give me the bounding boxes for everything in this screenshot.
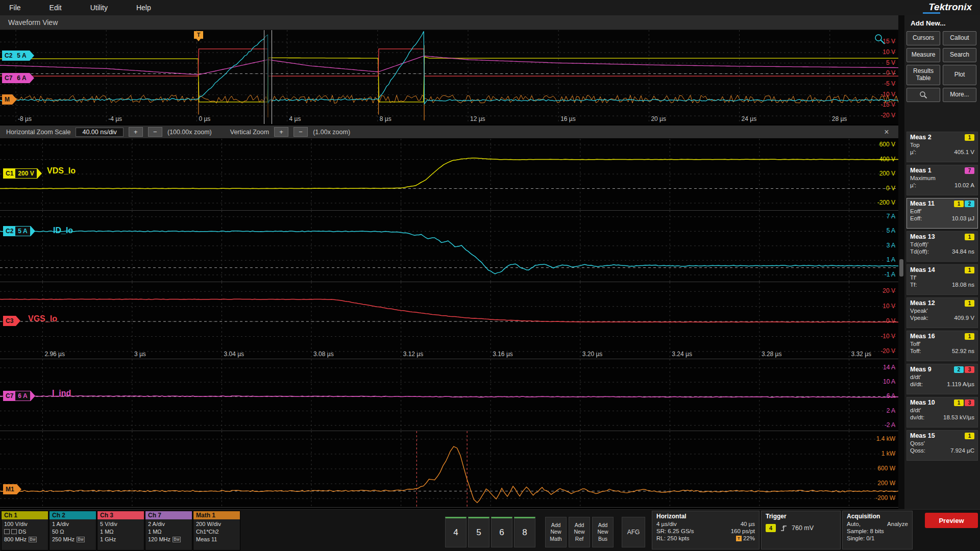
sidebar-button-zoom[interactable] bbox=[906, 88, 940, 102]
measurement-name: Toff' bbox=[910, 341, 974, 347]
trigger-source-badge[interactable]: 4 bbox=[766, 524, 776, 532]
menu-item-file[interactable]: File bbox=[9, 4, 21, 12]
channel-badge-m1[interactable]: M1 bbox=[3, 484, 21, 494]
channel-badge-c2[interactable]: C25 A bbox=[3, 226, 35, 236]
measurement-row-meas-2[interactable]: Meas 21Topµ':405.1 V bbox=[906, 132, 978, 162]
overview-waveform-area[interactable]: 15 V10 V5 V0 V-5 V-10 V-15 V-20 V-8 µs-4… bbox=[0, 30, 898, 124]
channel-box-ch-2[interactable]: Ch 21 A/div50 Ω250 MHzBw bbox=[49, 511, 96, 550]
add-new-ref-button[interactable]: Add New Ref bbox=[569, 517, 590, 547]
measurement-value: 10.03 µJ bbox=[952, 215, 974, 221]
channel-badge-c3[interactable]: C3 bbox=[3, 316, 20, 326]
channel-button-8[interactable]: 8 bbox=[514, 517, 535, 547]
acquisition-panel[interactable]: Acquisition Auto, Analyze Sample: 8 bits… bbox=[842, 511, 913, 549]
source-badge: 1 bbox=[965, 134, 974, 141]
measurement-row-meas-10[interactable]: Meas 1013d/dt'dv/dt:18.53 kV/µs bbox=[906, 397, 978, 428]
scale-label: 0 V bbox=[886, 70, 895, 77]
overview-channel-badge-m[interactable]: M bbox=[2, 94, 17, 105]
splitter-handle[interactable] bbox=[899, 259, 903, 277]
measurement-row-meas-12[interactable]: Meas 121Vpeak'Vpeak:409.9 V bbox=[906, 297, 978, 328]
channel-box-math-1[interactable]: Math 1200 W/divCh1*Ch2Meas 11 bbox=[193, 511, 240, 550]
trace-label-id_lo: ID_lo bbox=[53, 226, 73, 235]
afg-button[interactable]: AFG bbox=[622, 517, 645, 547]
acquisition-analyze: Analyze bbox=[887, 521, 908, 527]
bandwidth-limit-badge: Bw bbox=[173, 537, 181, 542]
source-badge: 1 bbox=[965, 267, 974, 273]
trigger-panel[interactable]: Trigger 4 760 mV bbox=[761, 511, 841, 549]
sidebar-button-more[interactable]: More... bbox=[943, 88, 976, 102]
menu-item-edit[interactable]: Edit bbox=[50, 4, 62, 12]
v-zoom-out-button[interactable]: − bbox=[293, 127, 308, 137]
oscilloscope-app: FileEditUtilityHelp Tektronix Waveform V… bbox=[0, 0, 980, 551]
preview-button[interactable]: Preview bbox=[925, 513, 978, 528]
search-zoom-icon bbox=[919, 91, 927, 99]
measurement-name: d/dt' bbox=[910, 407, 974, 413]
v-zoom-factor: (1.00x zoom) bbox=[313, 129, 350, 136]
channel-button-4[interactable]: 4 bbox=[445, 517, 467, 547]
iind-plot[interactable] bbox=[0, 359, 898, 431]
menu-item-utility[interactable]: Utility bbox=[90, 4, 108, 12]
measurement-name: Maximum bbox=[910, 175, 974, 181]
measurement-row-meas-11[interactable]: Meas 1112Eoff'Eoff:10.03 µJ bbox=[906, 198, 978, 229]
measurement-row-meas-9[interactable]: Meas 923d/dt'di/dt:1.119 A/µs bbox=[906, 364, 978, 394]
id-plot[interactable] bbox=[0, 211, 898, 282]
measurement-value-row: Td(off):34.84 ns bbox=[910, 248, 974, 255]
h-zoom-scale-value[interactable]: 40.00 ns/div bbox=[76, 128, 123, 137]
scale-label: 3 A bbox=[887, 242, 895, 249]
overview-channel-badge-c7[interactable]: C76 A bbox=[2, 73, 34, 83]
sidebar-button-search[interactable]: Search bbox=[943, 48, 976, 62]
measurement-id: Meas 161 bbox=[910, 333, 974, 340]
scale-label: -10 V bbox=[880, 333, 895, 340]
scale-label: 400 V bbox=[879, 156, 895, 163]
zoom-close-icon[interactable]: × bbox=[881, 128, 892, 137]
measurement-row-meas-14[interactable]: Meas 141Tf'Tf:18.08 ns bbox=[906, 264, 978, 295]
horizontal-panel[interactable]: Horizontal 4 µs/div40 µsSR: 6.25 GS/s160… bbox=[652, 511, 760, 549]
add-new-math-button[interactable]: Add New Math bbox=[545, 517, 567, 547]
horizontal-row: SR: 6.25 GS/s160 ps/pt bbox=[656, 528, 755, 534]
measurement-value-row: dv/dt:18.53 kV/µs bbox=[910, 414, 974, 420]
measurement-row-meas-16[interactable]: Meas 161Toff'Toff:52.92 ns bbox=[906, 331, 978, 361]
zoomed-waveform-area[interactable]: 600 V400 V200 V0 V-200 VC1200 VVDS_lo7 A… bbox=[0, 139, 898, 508]
zoom-window-indicator[interactable] bbox=[264, 30, 272, 124]
channel-coupling: DS bbox=[2, 529, 48, 535]
scale-label: 0 V bbox=[886, 185, 895, 192]
h-zoom-in-button[interactable]: + bbox=[129, 127, 143, 137]
time-label: 3.12 µs bbox=[403, 350, 424, 358]
channel-box-title: Ch 3 bbox=[97, 511, 144, 519]
scale-label: -20 V bbox=[880, 348, 895, 355]
channel-button-6[interactable]: 6 bbox=[491, 517, 512, 547]
vds-plot[interactable] bbox=[0, 139, 898, 211]
sidebar-button-measure[interactable]: Measure bbox=[906, 48, 940, 62]
sidebar-button-results-table[interactable]: Results Table bbox=[906, 65, 940, 85]
time-label: 2.96 µs bbox=[44, 350, 65, 358]
menu-item-help[interactable]: Help bbox=[136, 4, 151, 12]
channel-coupling: 1 MΩ bbox=[97, 529, 144, 535]
add-new-bus-button[interactable]: Add New Bus bbox=[592, 517, 614, 547]
sidebar-button-cursors[interactable]: Cursors bbox=[906, 31, 940, 45]
trigger-position-marker[interactable]: T bbox=[194, 31, 203, 39]
vgs-plot[interactable] bbox=[0, 282, 898, 359]
channel-badge-c1[interactable]: C1200 V bbox=[3, 168, 42, 179]
time-label: 3.28 µs bbox=[762, 350, 782, 358]
zoom-toolbar: Horizontal Zoom Scale 40.00 ns/div + − (… bbox=[0, 126, 898, 138]
channel-badge-c7[interactable]: C76 A bbox=[3, 391, 35, 401]
channel-box-title: Ch 2 bbox=[50, 511, 96, 519]
measurement-value: 18.53 kV/µs bbox=[943, 414, 974, 420]
channel-button-5[interactable]: 5 bbox=[468, 517, 489, 547]
overview-plot[interactable] bbox=[0, 30, 898, 124]
sidebar-button-callout[interactable]: Callout bbox=[943, 31, 976, 45]
h-zoom-out-button[interactable]: − bbox=[148, 127, 162, 137]
overview-channel-badge-c2[interactable]: C25 A bbox=[2, 51, 34, 61]
time-label: 3.08 µs bbox=[313, 350, 334, 358]
measurement-list: Meas 21Topµ':405.1 VMeas 17Maximumµ':10.… bbox=[906, 132, 978, 461]
measurement-row-meas-1[interactable]: Meas 17Maximumµ':10.02 A bbox=[906, 165, 978, 195]
channel-box-ch-1[interactable]: Ch 1100 V/divDS800 MHzBw bbox=[1, 511, 48, 550]
measurement-row-meas-13[interactable]: Meas 131Td(off)'Td(off):34.84 ns bbox=[906, 231, 978, 262]
channel-box-ch-3[interactable]: Ch 35 V/div1 MΩ1 GHz bbox=[97, 511, 144, 550]
channel-box-ch-7[interactable]: Ch 72 A/div1 MΩ120 MHzBw bbox=[145, 511, 192, 550]
v-zoom-in-button[interactable]: + bbox=[274, 127, 288, 137]
power-plot[interactable] bbox=[0, 431, 898, 508]
time-label: 16 µs bbox=[560, 115, 576, 122]
sidebar-button-plot[interactable]: Plot bbox=[943, 65, 976, 85]
panel-splitter[interactable] bbox=[898, 15, 904, 509]
measurement-row-meas-15[interactable]: Meas 151Qoss'Qoss:7.924 µC bbox=[906, 430, 978, 461]
